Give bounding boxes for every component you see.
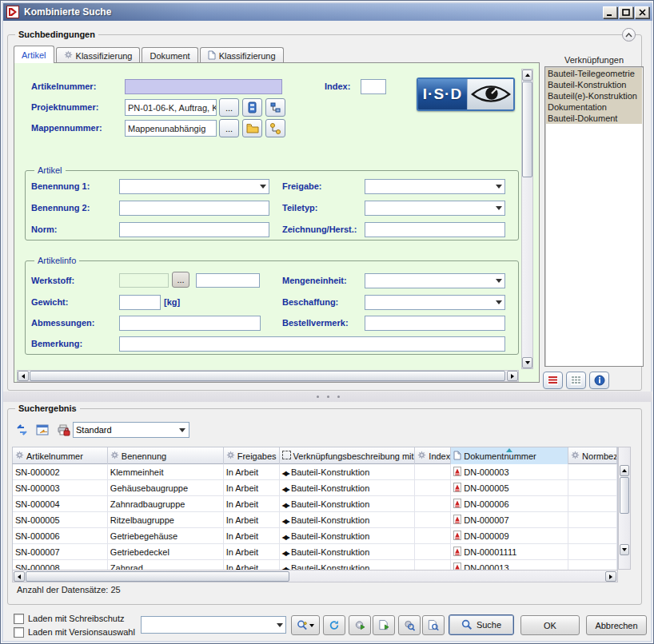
beschaffung-select[interactable] <box>365 295 505 310</box>
mappennummer-label: Mappennummer: <box>31 123 102 133</box>
folder-icon[interactable] <box>242 119 262 137</box>
links-list-item[interactable]: Bauteil-Konstruktion <box>546 79 642 90</box>
table-row[interactable]: SN-000003GehäusebaugruppeIn Arbeit◀▶Baut… <box>13 480 617 496</box>
column-header-artikelnummer[interactable]: Artikelnummer <box>13 447 108 464</box>
table-row[interactable]: SN-000007GetriebedeckelIn Arbeit◀▶Bautei… <box>13 544 617 560</box>
norm-input[interactable] <box>119 222 269 237</box>
werkstoff-input2[interactable] <box>196 273 260 288</box>
bestellvermerk-input[interactable] <box>365 316 505 331</box>
maximize-button[interactable] <box>619 6 633 18</box>
load-readonly-label[interactable]: Laden mit Schreibschutz <box>28 614 124 623</box>
scroll-left-button[interactable] <box>18 371 29 381</box>
result-view-select[interactable]: Standard <box>73 422 189 438</box>
minimize-button[interactable] <box>603 6 617 18</box>
werkstoff-browse-button[interactable]: ... <box>172 272 189 288</box>
teiletyp-select[interactable] <box>365 201 505 216</box>
cell-verknuepfungsbeschreibung: ◀▶Bauteil-Konstruktion <box>280 528 416 544</box>
scroll-down-button[interactable] <box>620 544 629 555</box>
tab-artikel[interactable]: Artikel <box>14 46 54 63</box>
scroll-up-button[interactable] <box>620 465 629 476</box>
table-row[interactable]: SN-000008ZahnradIn Arbeit◀▶Bauteil-Konst… <box>13 560 617 570</box>
table-horizontal-scrollbar[interactable] <box>12 570 618 582</box>
bemerkung-input[interactable] <box>119 336 505 352</box>
table-row[interactable]: SN-000005RitzelbaugruppeIn Arbeit◀▶Baute… <box>13 512 617 528</box>
mappennummer-input[interactable]: Mappenunabhängig <box>125 120 217 137</box>
zeichnung-input[interactable] <box>365 222 505 237</box>
links-list-item[interactable]: Bauteil(e)-Konstruktion <box>546 90 642 101</box>
links-list[interactable]: Bauteil-TeilegeometrieBauteil-Konstrukti… <box>544 66 644 367</box>
table-row[interactable]: SN-000006GetriebegehäuseIn Arbeit◀▶Baute… <box>13 528 617 544</box>
close-button[interactable] <box>635 6 649 18</box>
benennung1-select[interactable] <box>119 179 269 194</box>
scroll-right-button[interactable] <box>507 371 518 381</box>
scroll-thumb[interactable] <box>30 371 505 381</box>
scroll-up-button[interactable] <box>522 70 532 81</box>
ok-button[interactable]: OK <box>520 615 580 635</box>
list-view-gray-icon[interactable] <box>566 372 586 389</box>
print-lock-icon[interactable] <box>54 421 73 439</box>
scroll-thumb[interactable] <box>620 477 629 514</box>
info-icon[interactable] <box>589 372 609 389</box>
gewicht-unit-label: [kg] <box>164 297 180 307</box>
benennung2-input[interactable] <box>119 201 269 216</box>
freigabe-label: Freigabe: <box>282 181 322 191</box>
freigabe-select[interactable] <box>365 179 505 194</box>
tab-klassifizierung[interactable]: Klassifizierung <box>56 47 141 63</box>
search-options-button[interactable] <box>291 615 320 635</box>
scroll-thumb[interactable] <box>522 81 532 177</box>
mappe-structure-icon[interactable] <box>265 119 285 137</box>
project-database-icon[interactable] <box>242 98 262 117</box>
links-list-item[interactable]: Dokumentation <box>546 101 642 113</box>
apply-document-button[interactable] <box>373 615 395 635</box>
find-document-button[interactable] <box>422 615 445 635</box>
werkstoff-input1[interactable] <box>119 273 169 288</box>
refresh-results-icon[interactable] <box>12 421 31 439</box>
scroll-down-button[interactable] <box>522 357 532 368</box>
column-header-index[interactable]: Index <box>415 447 451 464</box>
table-row[interactable]: SN-000004ZahnradbaugruppeIn Arbeit◀▶Baut… <box>13 496 617 512</box>
column-header-freigabestatus[interactable]: Freigabes <box>224 447 280 464</box>
column-header-dokumentnummer[interactable]: Dokumentnummer <box>451 447 568 464</box>
projektnummer-input[interactable]: PN-01-06-K, Auftrag, Ko <box>125 99 217 116</box>
column-header-normbezeichnung[interactable]: Normbezeic <box>568 447 617 464</box>
table-row[interactable]: SN-000002KlemmeinheitIn Arbeit◀▶Bauteil-… <box>13 464 617 480</box>
load-version-label[interactable]: Laden mit Versionsauswahl <box>28 627 135 637</box>
table-vertical-scrollbar[interactable] <box>618 447 631 570</box>
mappe-browse-button[interactable]: ... <box>219 119 239 137</box>
saved-search-select[interactable] <box>141 616 286 634</box>
refresh-button[interactable] <box>323 615 345 635</box>
splitter[interactable] <box>3 392 652 402</box>
gewicht-input[interactable] <box>119 295 161 310</box>
column-header-benennung[interactable]: Benennung <box>108 447 224 464</box>
find-article-button[interactable] <box>398 615 421 635</box>
title-bar[interactable]: Kombinierte Suche <box>3 3 652 21</box>
apply-article-button[interactable] <box>349 615 371 635</box>
scroll-right-button[interactable] <box>605 571 616 582</box>
form-vertical-scrollbar[interactable] <box>521 69 533 369</box>
collapse-section-button[interactable] <box>622 28 636 42</box>
cancel-button[interactable]: Abbrechen <box>586 615 647 635</box>
result-window-icon[interactable] <box>33 421 52 439</box>
form-horizontal-scrollbar[interactable] <box>17 370 519 382</box>
projekt-browse-button[interactable]: ... <box>219 98 239 117</box>
search-button[interactable]: Suche <box>449 614 514 635</box>
tab-klassifizierung[interactable]: Klassifizierung <box>200 47 284 63</box>
list-view-red-icon[interactable] <box>543 372 563 389</box>
cell-benennung: Ritzelbaugruppe <box>108 512 224 528</box>
isd-logo-text: I·S·D <box>418 79 468 109</box>
tab-dokument[interactable]: Dokument <box>142 47 197 63</box>
links-list-item[interactable]: Bauteil-Teilegeometrie <box>546 68 642 79</box>
cell-dokumentnummer: DN-000009 <box>451 528 568 544</box>
abmessungen-input[interactable] <box>119 316 261 331</box>
project-structure-icon[interactable] <box>265 98 285 117</box>
artikelnummer-input[interactable] <box>125 79 282 94</box>
mengeneinheit-select[interactable] <box>365 273 505 288</box>
scroll-left-button[interactable] <box>14 571 25 582</box>
benennung2-label: Benennung 2: <box>31 203 90 213</box>
load-readonly-checkbox[interactable] <box>14 614 24 624</box>
scroll-thumb[interactable] <box>26 571 289 582</box>
index-input[interactable] <box>361 79 386 94</box>
links-list-item[interactable]: Bauteil-Dokument <box>546 113 642 124</box>
column-header-verknuepfungsbeschreibung[interactable]: Verknüpfungsbeschreibung mit <box>280 447 416 464</box>
load-version-checkbox[interactable] <box>14 627 24 638</box>
